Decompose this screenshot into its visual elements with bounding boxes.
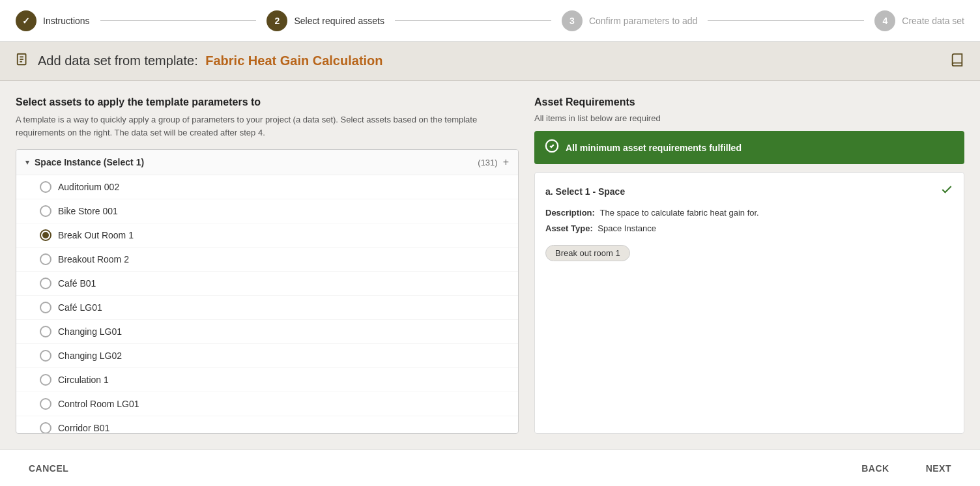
radio-button[interactable]	[40, 278, 51, 289]
req-check-icon	[940, 183, 953, 199]
asset-group-header: ▾ Space Instance (Select 1) (131) +	[16, 150, 518, 175]
asset-item[interactable]: Break Out Room 1	[16, 223, 518, 248]
back-button[interactable]: BACK	[848, 458, 902, 479]
right-subtitle: All items in list below are required	[534, 113, 964, 123]
asset-type-value: Space Instance	[598, 223, 656, 233]
asset-item[interactable]: Control Room LG01	[16, 392, 518, 416]
asset-item[interactable]: Circulation 1	[16, 368, 518, 392]
req-title: a. Select 1 - Space	[545, 186, 625, 197]
footer: CANCEL BACK NEXT	[0, 450, 980, 486]
footer-right: BACK NEXT	[848, 458, 964, 479]
step-divider-1	[100, 20, 257, 21]
radio-button[interactable]	[40, 374, 51, 386]
fulfilled-text: All minimum asset requirements fulfilled	[566, 143, 742, 153]
step-3: 3 Confirm parameters to add	[562, 10, 698, 31]
left-description: A template is a way to quickly apply a g…	[16, 113, 519, 139]
req-header: a. Select 1 - Space	[545, 183, 953, 199]
fulfilled-check-icon	[545, 139, 559, 156]
asset-name: Changing LG02	[58, 350, 122, 361]
requirement-card: a. Select 1 - Space Description: The spa…	[534, 172, 964, 434]
asset-item[interactable]: Auditorium 002	[16, 175, 518, 199]
selected-tag: Break out room 1	[545, 245, 630, 261]
asset-name: Bike Store 001	[58, 206, 118, 216]
step-2-circle: 2	[267, 10, 287, 31]
asset-item[interactable]: Bike Store 001	[16, 199, 518, 223]
step-2-label: Select required assets	[294, 16, 384, 26]
right-heading: Asset Requirements	[534, 96, 964, 108]
radio-button[interactable]	[40, 422, 51, 433]
header-prefix: Add data set from template:	[38, 53, 198, 68]
add-icon[interactable]: +	[503, 156, 509, 168]
asset-item[interactable]: Corridor B01	[16, 416, 518, 433]
asset-name: Café LG01	[58, 302, 102, 313]
asset-name: Breakout Room 2	[58, 254, 129, 264]
step-3-label: Confirm parameters to add	[589, 16, 698, 26]
main-content: Select assets to apply the template para…	[0, 81, 980, 450]
asset-type-label: Asset Type:	[545, 223, 593, 233]
step-4-circle: 4	[874, 10, 895, 31]
radio-button[interactable]	[40, 302, 51, 313]
step-1-label: Instructions	[43, 16, 90, 26]
selected-tag-container: Break out room 1	[545, 238, 953, 261]
footer-left: CANCEL	[16, 458, 81, 479]
asset-item[interactable]: Changing LG02	[16, 344, 518, 368]
step-divider-2	[395, 20, 551, 21]
group-count: (131)	[478, 158, 497, 167]
group-label: Space Instance (Select 1)	[35, 157, 472, 167]
cancel-button[interactable]: CANCEL	[16, 458, 81, 479]
book-icon[interactable]	[950, 53, 964, 69]
description-label: Description:	[545, 208, 595, 218]
header-title: Add data set from template: Fabric Heat …	[38, 53, 383, 68]
step-4: 4 Create data set	[874, 10, 964, 31]
asset-name: Break Out Room 1	[58, 230, 134, 240]
radio-button[interactable]	[40, 205, 51, 217]
asset-name: Auditorium 002	[58, 182, 119, 192]
asset-list-container: ▾ Space Instance (Select 1) (131) + Audi…	[16, 149, 519, 434]
asset-item[interactable]: Breakout Room 2	[16, 248, 518, 272]
left-panel: Select assets to apply the template para…	[16, 96, 519, 434]
step-1-circle: ✓	[16, 10, 36, 31]
radio-button[interactable]	[40, 229, 51, 241]
asset-item[interactable]: Changing LG01	[16, 320, 518, 344]
document-icon	[16, 52, 30, 70]
radio-button[interactable]	[40, 326, 51, 337]
radio-button[interactable]	[40, 253, 51, 265]
step-divider-3	[708, 20, 864, 21]
asset-name: Corridor B01	[58, 423, 109, 433]
req-asset-type-field: Asset Type: Space Instance	[545, 223, 953, 233]
next-button[interactable]: NEXT	[913, 458, 964, 479]
asset-name: Changing LG01	[58, 326, 122, 337]
radio-button[interactable]	[40, 181, 51, 193]
header-highlight: Fabric Heat Gain Calculation	[205, 53, 382, 68]
right-panel: Asset Requirements All items in list bel…	[534, 96, 964, 434]
radio-button[interactable]	[40, 398, 51, 410]
fulfilled-banner: All minimum asset requirements fulfilled	[534, 131, 964, 164]
radio-button[interactable]	[40, 350, 51, 362]
asset-item[interactable]: Café B01	[16, 272, 518, 296]
description-value: The space to calculate fabric heat gain …	[599, 208, 758, 218]
asset-name: Circulation 1	[58, 375, 109, 385]
step-3-circle: 3	[562, 10, 583, 31]
left-heading: Select assets to apply the template para…	[16, 96, 519, 108]
asset-item[interactable]: Café LG01	[16, 296, 518, 320]
step-4-label: Create data set	[902, 16, 964, 26]
asset-items: Auditorium 002Bike Store 001Break Out Ro…	[16, 175, 518, 433]
collapse-icon[interactable]: ▾	[25, 158, 29, 167]
req-description-field: Description: The space to calculate fabr…	[545, 207, 953, 218]
step-1: ✓ Instructions	[16, 10, 90, 31]
asset-name: Café B01	[58, 278, 96, 289]
asset-name: Control Room LG01	[58, 399, 139, 409]
step-2: 2 Select required assets	[267, 10, 384, 31]
header-bar: Add data set from template: Fabric Heat …	[0, 42, 980, 81]
stepper: ✓ Instructions 2 Select required assets …	[0, 0, 980, 42]
